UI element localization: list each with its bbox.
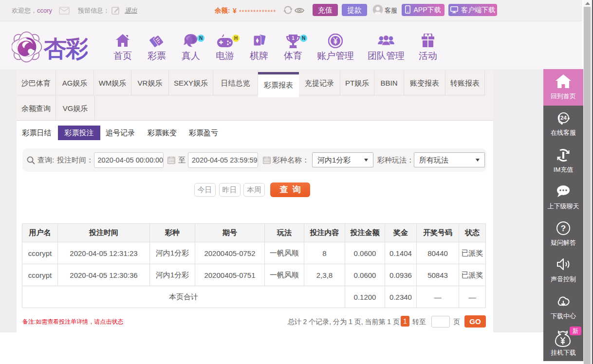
- svg-text:24: 24: [560, 115, 567, 121]
- svg-text:N: N: [199, 36, 203, 41]
- svg-text:杏彩: 杏彩: [43, 36, 88, 61]
- svg-text:?: ?: [561, 224, 566, 233]
- svg-text:N: N: [302, 36, 305, 41]
- svg-text:1: 1: [292, 36, 295, 41]
